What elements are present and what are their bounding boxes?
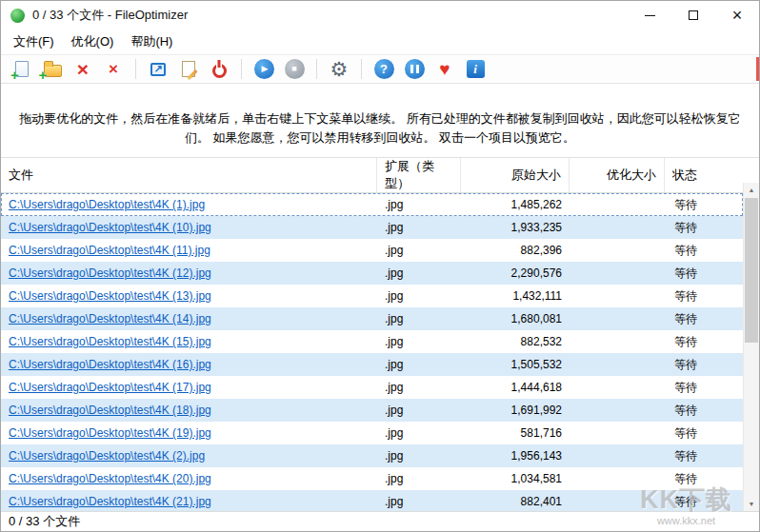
file-row[interactable]: C:\Users\drago\Desktop\test\4K (21).jpg … (1, 490, 743, 511)
file-row[interactable]: C:\Users\drago\Desktop\test\4K (12).jpg … (1, 262, 743, 285)
file-original-size: 882,401 (461, 495, 570, 508)
close-button[interactable]: × (715, 1, 759, 30)
donate-button[interactable]: ♥ (430, 56, 459, 82)
info-icon: i (467, 60, 485, 78)
file-row[interactable]: C:\Users\drago\Desktop\test\4K (18).jpg … (1, 399, 743, 422)
file-ext: .jpg (377, 472, 461, 485)
file-row[interactable]: C:\Users\drago\Desktop\test\4K (16).jpg … (1, 353, 743, 376)
file-row[interactable]: C:\Users\drago\Desktop\test\4K (13).jpg … (1, 285, 743, 307)
file-path-link[interactable]: C:\Users\drago\Desktop\test\4K (1).jpg (9, 198, 205, 211)
power-icon (212, 64, 227, 78)
file-ext: .jpg (377, 289, 461, 303)
file-status: 等待 (665, 448, 743, 464)
file-status: 等待 (665, 334, 743, 350)
file-status: 等待 (665, 266, 743, 282)
file-original-size: 1,432,111 (461, 289, 570, 303)
file-path-link[interactable]: C:\Users\drago\Desktop\test\4K (20).jpg (9, 472, 211, 485)
file-path-link[interactable]: C:\Users\drago\Desktop\test\4K (11).jpg (9, 244, 210, 257)
arrow-icon: ↗ (153, 64, 162, 74)
toolbar: + + × × ↗ ▶ ■ ⚙ ? (1, 54, 759, 84)
file-ext: .jpg (377, 449, 461, 463)
file-cell: C:\Users\drago\Desktop\test\4K (20).jpg (1, 472, 377, 485)
file-status: 等待 (665, 243, 743, 259)
stop-button[interactable]: ■ (280, 56, 309, 82)
file-path-link[interactable]: C:\Users\drago\Desktop\test\4K (21).jpg (9, 495, 211, 508)
file-list: 文件 扩展（类型） 原始大小 优化大小 状态 C:\Users\drago\De… (1, 157, 759, 511)
add-files-button[interactable]: + (8, 56, 36, 82)
vertical-scrollbar[interactable]: ▲ ▼ (743, 183, 759, 511)
maximize-icon (689, 10, 698, 20)
file-status: 等待 (665, 494, 743, 510)
scrollbar-thumb[interactable] (745, 198, 758, 343)
file-path-link[interactable]: C:\Users\drago\Desktop\test\4K (15).jpg (9, 335, 211, 348)
column-header-file[interactable]: 文件 (1, 158, 377, 192)
fileoptimizer-window: 0 / 33 个文件 - FileOptimizer × 文件(F) 优化(O)… (0, 0, 760, 532)
file-ext: .jpg (377, 312, 461, 325)
menubar: 文件(F) 优化(O) 帮助(H) (1, 30, 759, 54)
file-cell: C:\Users\drago\Desktop\test\4K (21).jpg (1, 495, 377, 508)
add-file-icon: + (15, 61, 29, 77)
titlebar: 0 / 33 个文件 - FileOptimizer × (1, 1, 759, 30)
file-ext: .jpg (377, 426, 461, 440)
file-row[interactable]: C:\Users\drago\Desktop\test\4K (14).jpg … (1, 307, 743, 330)
file-cell: C:\Users\drago\Desktop\test\4K (16).jpg (1, 358, 377, 371)
add-folder-icon: + (44, 65, 62, 77)
instructions-text: 拖动要优化的文件，然后在准备就绪后，单击右键上下文菜单以继续。 所有已处理的文件… (1, 84, 759, 157)
view-log-button[interactable] (174, 56, 203, 82)
shutdown-button[interactable] (205, 56, 233, 82)
file-original-size: 1,444,618 (461, 381, 570, 394)
file-original-size: 1,680,081 (461, 312, 570, 325)
file-row[interactable]: C:\Users\drago\Desktop\test\4K (20).jpg … (1, 467, 743, 490)
file-row[interactable]: C:\Users\drago\Desktop\test\4K (1).jpg .… (1, 193, 743, 216)
remove-all-button[interactable]: × (99, 56, 128, 82)
remove-entry-button[interactable]: × (69, 56, 97, 82)
file-path-link[interactable]: C:\Users\drago\Desktop\test\4K (12).jpg (9, 266, 211, 280)
window-title: 0 / 33 个文件 - FileOptimizer (32, 7, 188, 24)
file-status: 等待 (665, 471, 743, 487)
file-row[interactable]: C:\Users\drago\Desktop\test\4K (10).jpg … (1, 216, 743, 239)
menu-help[interactable]: 帮助(H) (122, 30, 181, 53)
file-row[interactable]: C:\Users\drago\Desktop\test\4K (15).jpg … (1, 330, 743, 353)
scroll-up-icon[interactable]: ▲ (744, 183, 759, 197)
file-path-link[interactable]: C:\Users\drago\Desktop\test\4K (19).jpg (9, 426, 211, 440)
file-cell: C:\Users\drago\Desktop\test\4K (11).jpg (1, 244, 377, 257)
close-icon: × (732, 7, 743, 24)
file-path-link[interactable]: C:\Users\drago\Desktop\test\4K (2).jpg (9, 449, 205, 463)
help-button[interactable]: ? (370, 56, 398, 82)
optimize-run-button[interactable]: ▶ (250, 56, 278, 82)
file-ext: .jpg (377, 221, 461, 234)
file-path-link[interactable]: C:\Users\drago\Desktop\test\4K (14).jpg (9, 312, 211, 325)
file-ext: .jpg (377, 404, 461, 417)
file-row[interactable]: C:\Users\drago\Desktop\test\4K (2).jpg .… (1, 444, 743, 467)
column-header-optimized-size[interactable]: 优化大小 (570, 158, 665, 192)
file-row[interactable]: C:\Users\drago\Desktop\test\4K (11).jpg … (1, 239, 743, 262)
about-button[interactable]: i (461, 56, 490, 82)
scroll-down-icon[interactable]: ▼ (744, 497, 759, 511)
plus-badge-icon: + (10, 68, 19, 82)
file-original-size: 1,505,532 (461, 358, 570, 371)
file-row[interactable]: C:\Users\drago\Desktop\test\4K (17).jpg … (1, 376, 743, 399)
file-status: 等待 (665, 425, 743, 442)
file-ext: .jpg (377, 495, 461, 508)
column-header-extension[interactable]: 扩展（类型） (377, 158, 461, 192)
add-folder-button[interactable]: + (38, 56, 67, 82)
maximize-button[interactable] (671, 1, 715, 30)
menu-optimize[interactable]: 优化(O) (63, 30, 123, 53)
file-path-link[interactable]: C:\Users\drago\Desktop\test\4K (17).jpg (9, 381, 211, 394)
file-path-link[interactable]: C:\Users\drago\Desktop\test\4K (16).jpg (9, 358, 211, 371)
file-row[interactable]: C:\Users\drago\Desktop\test\4K (19).jpg … (1, 422, 743, 444)
file-path-link[interactable]: C:\Users\drago\Desktop\test\4K (10).jpg (9, 221, 211, 234)
file-original-size: 2,290,576 (461, 266, 570, 280)
file-cell: C:\Users\drago\Desktop\test\4K (18).jpg (1, 404, 377, 417)
open-location-icon: ↗ (150, 63, 166, 76)
file-status: 等待 (665, 403, 743, 419)
column-header-original-size[interactable]: 原始大小 (461, 158, 570, 192)
file-table-body: C:\Users\drago\Desktop\test\4K (1).jpg .… (1, 193, 743, 511)
file-path-link[interactable]: C:\Users\drago\Desktop\test\4K (13).jpg (9, 289, 211, 303)
minimize-button[interactable] (628, 1, 671, 30)
options-button[interactable]: ⚙ (325, 56, 353, 82)
menu-file[interactable]: 文件(F) (5, 30, 63, 53)
pause-button[interactable] (400, 56, 429, 82)
open-location-button[interactable]: ↗ (144, 56, 172, 82)
file-path-link[interactable]: C:\Users\drago\Desktop\test\4K (18).jpg (9, 404, 211, 417)
